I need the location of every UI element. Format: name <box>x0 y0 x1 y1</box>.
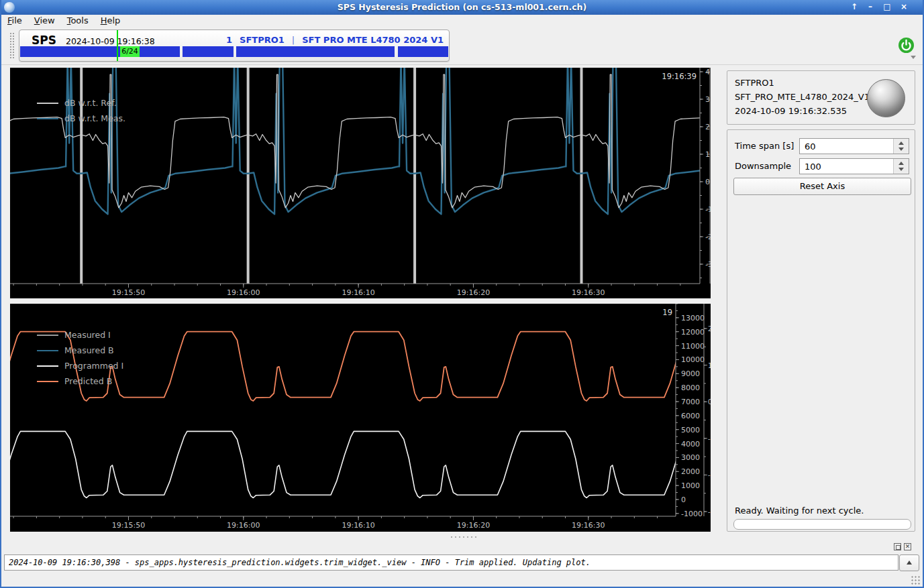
window-title: SPS Hysteresis Prediction (on cs-513-ml0… <box>0 0 924 15</box>
title-bar: SPS Hysteresis Prediction (on cs-513-ml0… <box>0 0 924 15</box>
y2-tick-label: -3 <box>708 508 711 516</box>
machine-label: SPS <box>32 34 56 47</box>
downsample-spinbox <box>799 158 909 174</box>
sps-timing-widget: SPS 2024-10-09 19:16:38 1 SFTPRO1 | SFT … <box>19 30 450 62</box>
cycle-info-name: SFT_PRO_MTE_L4780_2024_V1 <box>735 92 870 102</box>
cycle-info-timestamp: 2024-10-09 19:16:32.535 <box>735 106 847 116</box>
y-tick-label: 12000 <box>681 328 705 337</box>
y-tick-label: 11000 <box>681 342 705 351</box>
dock-float-icon[interactable] <box>894 543 901 550</box>
basic-period-badge: 6/24 <box>120 46 140 57</box>
menu-bar: FileViewToolsHelp <box>1 15 923 27</box>
dock-close-icon[interactable]: ✕ <box>904 543 911 550</box>
legend-item: dB w.r.t. Meas. <box>37 111 125 126</box>
supercycle-segment <box>183 46 234 57</box>
y-tick-label: 2000 <box>681 467 700 476</box>
legend-label: Predicted B <box>64 376 112 386</box>
y2-tick-label: -2 <box>708 471 711 479</box>
y-tick-label: 8000 <box>681 384 700 392</box>
y-tick-label: 9000 <box>681 369 700 378</box>
toolbar-overflow-icon[interactable] <box>911 56 916 59</box>
y2-tick-label: 1 <box>708 362 711 369</box>
resize-grip[interactable] <box>911 575 920 585</box>
status-text: Ready. Waiting for next cycle. <box>735 506 864 516</box>
legend-line-icon <box>37 118 58 119</box>
downsample-input[interactable] <box>800 159 897 174</box>
time-span-label: Time span [s] <box>735 141 794 151</box>
cycle-info-user: SFTPRO1 <box>735 78 774 88</box>
legend-label: Programmed I <box>64 361 123 371</box>
spin-up-icon[interactable] <box>899 141 904 145</box>
bottom-plot: 19:15:5019:16:0019:16:1019:16:2019:16:30… <box>10 304 711 532</box>
legend-line-icon <box>37 335 58 336</box>
status-led-icon <box>867 79 905 117</box>
plot-corner-timestamp: 19 <box>662 308 672 317</box>
separator: | <box>292 35 295 45</box>
x-tick-label: 19:16:10 <box>342 288 374 297</box>
legend-line-icon <box>37 103 58 104</box>
y2-tick-label: -1 <box>708 435 711 443</box>
log-dock: ✕ <box>1 540 923 571</box>
legend-item: Programmed I <box>37 358 123 373</box>
timing-user: SFTPRO1 <box>240 35 285 45</box>
spin-down-icon[interactable] <box>899 168 904 171</box>
close-button[interactable]: × <box>897 1 911 13</box>
menu-item-file[interactable]: File <box>1 15 28 27</box>
top-plot-legend: dB w.r.t. Ref.dB w.r.t. Meas. <box>37 95 125 126</box>
legend-line-icon <box>37 350 58 351</box>
y-tick-label: 0 <box>681 495 686 504</box>
timing-datetime: 2024-10-09 19:16:38 <box>66 36 155 46</box>
y-tick-label: 1000 <box>681 481 700 490</box>
app-window: SPS Hysteresis Prediction (on cs-513-ml0… <box>0 0 924 588</box>
legend-label: dB w.r.t. Ref. <box>64 98 117 108</box>
series-db-w-r-t-ref- <box>10 74 711 208</box>
y2-tick-label: 2 <box>708 325 711 333</box>
reset-axis-button[interactable]: Reset Axis <box>733 178 911 195</box>
cycle-position-marker <box>117 30 118 61</box>
cycle-number: 1 <box>226 35 232 45</box>
menu-item-help[interactable]: Help <box>95 15 127 27</box>
y-tick-label: 13000 <box>681 314 705 322</box>
minimize-button[interactable]: – <box>864 1 877 13</box>
bottom-plot-legend: Measured IMeasured BProgrammed IPredicte… <box>37 327 123 389</box>
x-tick-label: 19:16:30 <box>572 521 605 530</box>
legend-label: dB w.r.t. Meas. <box>64 113 125 123</box>
x-tick-label: 19:16:30 <box>572 288 605 297</box>
y-tick-label: 10000 <box>681 355 705 364</box>
status-bar <box>1 571 923 587</box>
toolbar: SPS 2024-10-09 19:16:38 1 SFTPRO1 | SFT … <box>1 27 923 65</box>
y-tick-label: 3000 <box>681 453 700 462</box>
downsample-label: Downsample <box>735 161 791 171</box>
log-line[interactable] <box>4 554 899 571</box>
legend-label: Measured B <box>64 345 114 355</box>
menu-item-tools[interactable]: Tools <box>61 15 95 27</box>
legend-item: Measured B <box>37 343 123 358</box>
x-tick-label: 19:16:20 <box>457 288 490 297</box>
time-span-spinbox <box>799 138 909 154</box>
series-programmed-i <box>10 431 711 497</box>
cycle-info-box: SFTPRO1 SFT_PRO_MTE_L4780_2024_V1 2024-1… <box>727 70 915 125</box>
legend-item: Measured I <box>37 327 123 343</box>
x-tick-label: 19:16:00 <box>227 521 260 530</box>
splitter-handle[interactable] <box>450 536 478 539</box>
legend-line-icon <box>37 381 58 382</box>
y-tick-label: 6000 <box>681 412 700 420</box>
maximize-button[interactable]: □ <box>880 1 894 13</box>
supercycle-bar <box>19 46 448 57</box>
shade-button[interactable]: ↑ <box>848 1 861 13</box>
y-tick-label: -1000 <box>681 510 703 518</box>
y-tick-label: 7000 <box>681 398 700 406</box>
y-tick-label: 5000 <box>681 426 700 434</box>
spin-down-icon[interactable] <box>899 148 904 151</box>
supercycle-segment <box>398 46 448 57</box>
toolbar-drag-handle[interactable] <box>9 32 15 59</box>
y2-tick-label: 0 <box>708 398 711 406</box>
time-span-input[interactable] <box>800 139 897 154</box>
y-tick-label: 4000 <box>681 440 700 449</box>
power-icon[interactable] <box>898 37 915 54</box>
log-expand-button[interactable] <box>899 554 919 571</box>
spin-up-icon[interactable] <box>899 162 904 165</box>
x-tick-label: 19:16:10 <box>342 521 374 530</box>
downsample-spin-buttons <box>893 159 909 174</box>
menu-item-view[interactable]: View <box>28 15 61 27</box>
